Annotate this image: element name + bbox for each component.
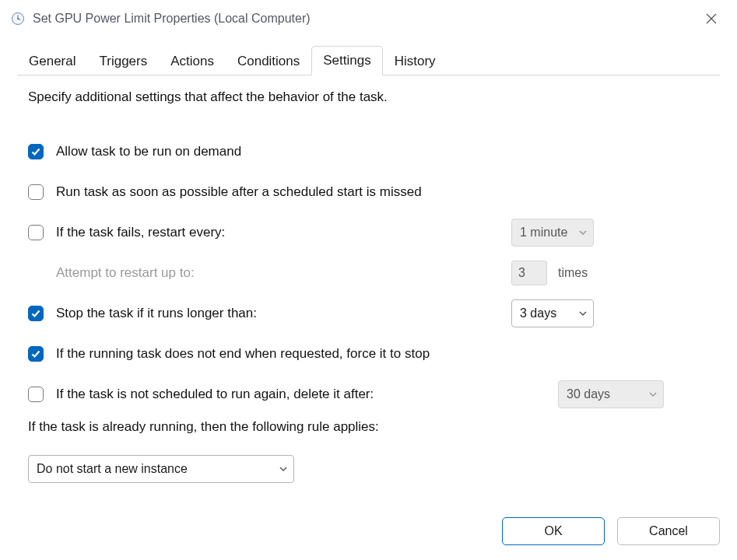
- attempts-value: 3: [518, 266, 525, 280]
- tab-actions[interactable]: Actions: [159, 47, 226, 75]
- label-allow-on-demand: Allow task to be run on demand: [56, 144, 511, 159]
- dialog-footer: OK Cancel: [0, 512, 737, 560]
- titlebar: Set GPU Power Limit Properties (Local Co…: [0, 0, 737, 37]
- tab-list: General Triggers Actions Conditions Sett…: [17, 45, 720, 75]
- svg-point-4: [17, 18, 19, 19]
- row-run-asap: Run task as soon as possible after a sch…: [28, 177, 714, 208]
- cancel-button[interactable]: Cancel: [617, 517, 720, 545]
- chevron-down-icon: [579, 226, 587, 240]
- combo-restart-interval: 1 minute: [511, 219, 594, 247]
- row-force-stop: If the running task does not end when re…: [28, 338, 714, 369]
- label-stop-if-longer: Stop the task if it runs longer than:: [56, 306, 511, 321]
- combo-running-rule[interactable]: Do not start a new instance: [28, 455, 294, 483]
- tab-conditions[interactable]: Conditions: [226, 47, 311, 75]
- checkbox-restart-if-fail[interactable]: [28, 225, 44, 240]
- label-restart-if-fail: If the task fails, restart every:: [56, 225, 511, 240]
- combo-delete-after: 30 days: [558, 380, 664, 408]
- tab-history[interactable]: History: [383, 47, 447, 75]
- row-restart-if-fail: If the task fails, restart every: 1 minu…: [28, 217, 714, 248]
- combo-max-runtime-value: 3 days: [520, 306, 556, 320]
- dialog-window: Set GPU Power Limit Properties (Local Co…: [0, 0, 737, 560]
- checkbox-stop-if-longer[interactable]: [28, 306, 44, 321]
- task-scheduler-icon: [11, 12, 25, 26]
- tab-general[interactable]: General: [17, 47, 87, 75]
- combo-running-rule-value: Do not start a new instance: [37, 462, 188, 476]
- row-delete-if-not-scheduled: If the task is not scheduled to run agai…: [28, 379, 714, 410]
- row-attempts: Attempt to restart up to: 3 times: [28, 257, 714, 289]
- combo-max-runtime[interactable]: 3 days: [511, 299, 594, 327]
- row-allow-on-demand: Allow task to be run on demand: [28, 136, 714, 167]
- input-attempts-count: 3: [511, 261, 547, 285]
- chevron-down-icon: [279, 462, 287, 476]
- settings-description: Specify additional settings that affect …: [28, 89, 714, 105]
- attempts-suffix: times: [558, 266, 588, 280]
- label-delete-if-not-scheduled: If the task is not scheduled to run agai…: [56, 387, 558, 402]
- checkbox-allow-on-demand[interactable]: [28, 144, 44, 159]
- label-running-rule: If the task is already running, then the…: [28, 419, 714, 435]
- checkbox-run-asap[interactable]: [28, 184, 44, 200]
- row-stop-if-longer: Stop the task if it runs longer than: 3 …: [28, 298, 714, 329]
- tab-settings[interactable]: Settings: [311, 46, 382, 75]
- combo-restart-interval-value: 1 minute: [520, 226, 567, 240]
- close-button[interactable]: [693, 5, 729, 33]
- chevron-down-icon: [649, 387, 657, 401]
- label-force-stop: If the running task does not end when re…: [56, 346, 511, 362]
- label-run-asap: Run task as soon as possible after a sch…: [56, 184, 511, 200]
- combo-delete-after-value: 30 days: [567, 387, 610, 401]
- ok-button[interactable]: OK: [502, 517, 605, 545]
- tab-triggers[interactable]: Triggers: [87, 47, 159, 75]
- tabs-container: General Triggers Actions Conditions Sett…: [0, 37, 737, 75]
- window-title: Set GPU Power Limit Properties (Local Co…: [33, 12, 311, 26]
- settings-panel: Specify additional settings that affect …: [0, 75, 737, 512]
- checkbox-delete-if-not-scheduled[interactable]: [28, 387, 44, 402]
- label-attempts: Attempt to restart up to:: [56, 265, 511, 281]
- chevron-down-icon: [579, 306, 587, 320]
- checkbox-force-stop[interactable]: [28, 346, 44, 362]
